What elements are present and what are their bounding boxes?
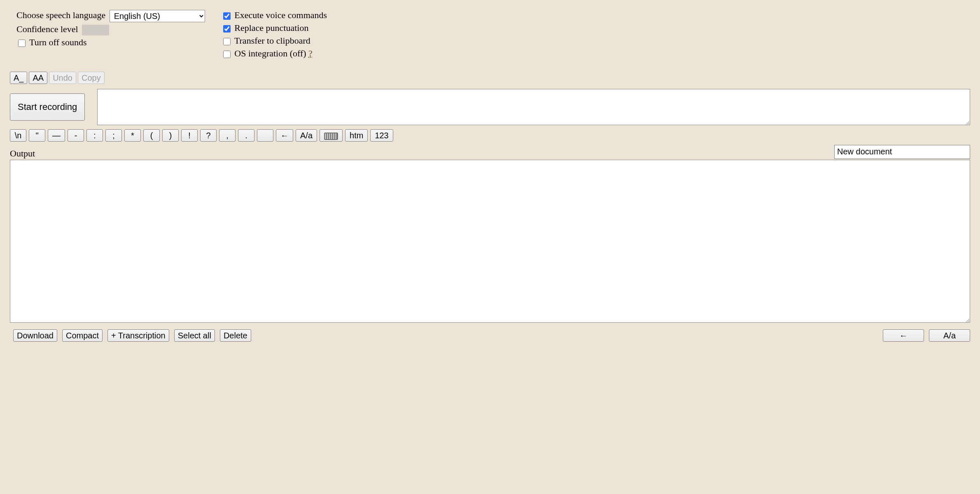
htm-button[interactable]: htm — [345, 129, 368, 142]
undo-button[interactable]: Undo — [49, 72, 76, 84]
settings-col-right: Execute voice commands Replace punctuati… — [222, 10, 327, 59]
bottom-toolbar: Download Compact + Transcription Select … — [10, 329, 970, 342]
output-header: Output — [10, 145, 970, 159]
output-textarea[interactable] — [10, 160, 970, 323]
punct-newline-button[interactable]: \n — [10, 129, 26, 142]
transcription-textarea[interactable] — [97, 89, 970, 125]
confidence-input[interactable] — [82, 25, 109, 35]
exec-voice-row: Execute voice commands — [222, 10, 327, 21]
os-integration-row: OS integration (off) ? — [222, 48, 327, 59]
punct-emdash-button[interactable]: — — [48, 129, 65, 142]
settings-col-left: Choose speech language English (US) Conf… — [16, 10, 205, 59]
numeric-button[interactable]: 123 — [370, 129, 393, 142]
language-row: Choose speech language English (US) — [16, 10, 205, 22]
font-large-button[interactable]: AA — [29, 72, 47, 84]
confidence-label: Confidence level — [16, 24, 78, 34]
turn-off-sounds-label[interactable]: Turn off sounds — [29, 37, 86, 47]
punct-quote-button[interactable]: " — [29, 129, 45, 142]
keyboard-icon — [324, 133, 338, 140]
mini-toolbar: A_ AA Undo Copy — [10, 72, 970, 84]
punct-comma-button[interactable]: , — [219, 129, 236, 142]
download-button[interactable]: Download — [13, 329, 57, 342]
backspace-button[interactable]: ← — [276, 129, 293, 142]
delete-button[interactable]: Delete — [220, 329, 251, 342]
punct-colon-button[interactable]: : — [86, 129, 103, 142]
transfer-to-clipboard-label[interactable]: Transfer to clipboard — [234, 35, 310, 46]
settings-panel: Choose speech language English (US) Conf… — [16, 10, 970, 59]
punct-lparen-button[interactable]: ( — [143, 129, 160, 142]
replace-punct-row: Replace punctuation — [222, 23, 327, 34]
case-toggle-inline-button[interactable]: A/a — [296, 129, 317, 142]
os-integration-label[interactable]: OS integration (off) — [234, 48, 306, 58]
output-label: Output — [10, 148, 35, 159]
turn-off-sounds-row: Turn off sounds — [16, 37, 205, 48]
punct-hyphen-button[interactable]: - — [68, 129, 84, 142]
font-small-button[interactable]: A_ — [10, 72, 27, 84]
case-toggle-bottom-button[interactable]: A/a — [929, 329, 970, 342]
os-integration-checkbox[interactable] — [223, 51, 231, 58]
punct-question-button[interactable]: ? — [200, 129, 217, 142]
punct-rparen-button[interactable]: ) — [162, 129, 179, 142]
copy-button[interactable]: Copy — [78, 72, 105, 84]
punct-semicolon-button[interactable]: ; — [105, 129, 122, 142]
punct-period-button[interactable]: . — [238, 129, 254, 142]
virtual-keyboard-button[interactable] — [320, 129, 343, 142]
back-button[interactable]: ← — [883, 329, 924, 342]
record-row: Start recording — [10, 89, 970, 125]
punct-blank-button[interactable] — [257, 129, 273, 142]
replace-punctuation-checkbox[interactable] — [223, 25, 231, 33]
os-integration-help-link[interactable]: ? — [308, 48, 313, 58]
plus-transcription-button[interactable]: + Transcription — [107, 329, 169, 342]
replace-punctuation-label[interactable]: Replace punctuation — [234, 23, 308, 33]
start-recording-button[interactable]: Start recording — [10, 93, 85, 121]
execute-voice-commands-label[interactable]: Execute voice commands — [234, 10, 327, 20]
punct-asterisk-button[interactable]: * — [124, 129, 141, 142]
turn-off-sounds-checkbox[interactable] — [18, 40, 26, 47]
transfer-to-clipboard-checkbox[interactable] — [223, 38, 231, 45]
language-label: Choose speech language — [16, 10, 105, 20]
select-all-button[interactable]: Select all — [174, 329, 215, 342]
punct-exclaim-button[interactable]: ! — [181, 129, 198, 142]
execute-voice-commands-checkbox[interactable] — [223, 12, 231, 20]
punctuation-toolbar: \n " — - : ; * ( ) ! ? , . ← A/a htm 123 — [10, 129, 970, 142]
clipboard-row: Transfer to clipboard — [222, 35, 327, 47]
document-name-input[interactable] — [834, 145, 970, 159]
compact-button[interactable]: Compact — [62, 329, 103, 342]
language-select[interactable]: English (US) — [110, 10, 205, 22]
confidence-row: Confidence level — [16, 24, 205, 35]
